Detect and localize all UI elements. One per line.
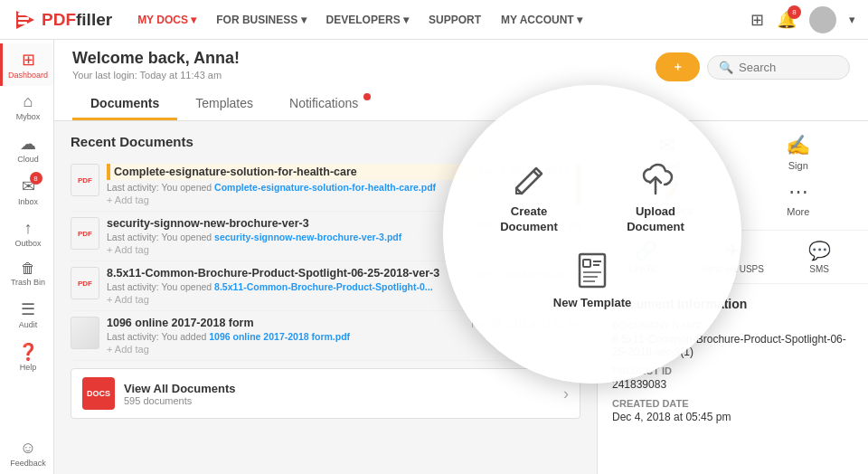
circle-overlay-menu: CreateDocument UploadDocument: [443, 85, 741, 384]
doc-info: 1096 online 2017-2018 form Last activity…: [107, 317, 464, 355]
doc-add-tag[interactable]: + Add tag: [107, 244, 469, 255]
nav-right: ⊞ 🔔 8 ▾: [750, 6, 855, 33]
svg-rect-2: [18, 17, 29, 20]
notification-bell[interactable]: 🔔 8: [777, 10, 797, 30]
sidebar-item-inbox[interactable]: ✉ 8 Inbox: [0, 170, 53, 213]
side-action-sms[interactable]: 💬 SMS: [779, 240, 859, 274]
sidebar-item-outbox[interactable]: ↑ Outbox: [0, 213, 53, 254]
tab-notifications[interactable]: Notifications: [271, 89, 376, 120]
nav-links: MY DOCS ▾ FOR BUSINESS ▾ DEVELOPERS ▾ SU…: [128, 10, 750, 30]
nav-developers[interactable]: DEVELOPERS ▾: [317, 10, 418, 30]
last-login: Your last login: Today at 11:43 am: [72, 70, 240, 81]
sidebar-item-audit[interactable]: ☰ Audit: [0, 293, 53, 336]
upload-document-label: UploadDocument: [627, 204, 684, 235]
more-label: More: [787, 206, 809, 217]
nav-forbusiness[interactable]: FOR BUSINESS ▾: [207, 10, 315, 30]
upload-icon: [636, 159, 675, 199]
avatar[interactable]: [809, 6, 836, 33]
tab-documents[interactable]: Documents: [72, 89, 177, 120]
doc-name: Complete-esignature-solution-for-health-…: [107, 164, 474, 180]
sidebar-label-trashbin: Trash Bin: [11, 278, 45, 287]
info-label-created: Created Date: [612, 398, 854, 409]
doc-pdf-icon: PDF: [71, 267, 99, 299]
info-value-created: Dec 4, 2018 at 05:45 pm: [612, 411, 854, 423]
create-document-button[interactable]: CreateDocument: [488, 159, 570, 235]
nav-support[interactable]: SUPPORT: [420, 10, 490, 30]
dashboard-icon: ⊞: [22, 50, 35, 70]
side-action-sign[interactable]: ✍ Sign: [738, 134, 860, 171]
view-all-text: View All Documents 595 documents: [124, 382, 554, 406]
welcome-text: Welcome back, Anna!: [72, 49, 240, 68]
doc-add-tag[interactable]: + Add tag: [107, 194, 474, 205]
sidebar-label-feedback: Feedback: [10, 459, 46, 468]
top-nav: PDFfiller MY DOCS ▾ FOR BUSINESS ▾ DEVEL…: [0, 0, 868, 40]
create-document-label: CreateDocument: [500, 204, 558, 235]
notification-badge: 8: [788, 5, 801, 19]
sidebar-item-trashbin[interactable]: 🗑 Trash Bin: [0, 254, 53, 293]
add-icon: ＋: [672, 59, 684, 75]
tab-templates[interactable]: Templates: [177, 89, 271, 120]
circle-background: CreateDocument UploadDocument: [443, 85, 741, 384]
more-icon: ⋯: [788, 180, 808, 204]
app-body: ⊞ Dashboard ⌂ Mybox ☁ Cloud ✉ 8 Inbox ↑ …: [0, 40, 868, 474]
sidebar-item-feedback[interactable]: ☺ Feedback: [0, 432, 53, 474]
doc-add-tag[interactable]: + Add tag: [107, 344, 464, 355]
doc-pdf-icon: PDF: [71, 217, 99, 250]
trashbin-icon: 🗑: [21, 261, 35, 277]
sms-icon: 💬: [808, 240, 831, 261]
sidebar-label-inbox: Inbox: [18, 197, 38, 206]
template-icon: [572, 251, 612, 290]
docs-folder-icon: DOCS: [82, 377, 115, 410]
feedback-icon: ☺: [20, 439, 36, 458]
sidebar-item-dashboard[interactable]: ⊞ Dashboard: [0, 43, 53, 86]
inbox-badge: 8: [30, 172, 42, 185]
apps-grid-icon[interactable]: ⊞: [750, 10, 764, 30]
doc-name: 8.5x11-Common-Brochure-Product-Spotlight…: [107, 267, 469, 280]
new-template-button[interactable]: New Template: [547, 251, 637, 309]
sidebar-item-cloud[interactable]: ☁ Cloud: [0, 128, 53, 170]
doc-activity: Last activity: You opened security-signn…: [107, 232, 469, 242]
logo-icon: [13, 7, 38, 33]
mybox-icon: ⌂: [24, 92, 33, 111]
logo-text: PDFfiller: [42, 10, 112, 30]
search-icon: 🔍: [719, 61, 733, 74]
doc-name: 1096 online 2017-2018 form: [107, 317, 464, 329]
circle-bottom-row: New Template: [547, 251, 637, 309]
nav-myaccount[interactable]: MY ACCOUNT ▾: [492, 10, 591, 30]
doc-add-tag[interactable]: + Add tag: [107, 294, 469, 305]
svg-rect-1: [18, 13, 25, 15]
avatar-caret[interactable]: ▾: [849, 13, 855, 26]
view-all-arrow: ›: [563, 384, 569, 403]
doc-pdf-icon: PDF: [71, 164, 99, 196]
sidebar-label-audit: Audit: [19, 320, 38, 329]
audit-icon: ☰: [21, 299, 35, 319]
sidebar-label-mybox: Mybox: [16, 112, 41, 121]
doc-info: Complete-esignature-solution-for-health-…: [107, 164, 474, 205]
sidebar: ⊞ Dashboard ⌂ Mybox ☁ Cloud ✉ 8 Inbox ↑ …: [0, 40, 54, 474]
add-document-button[interactable]: ＋: [656, 52, 700, 81]
sidebar-label-help: Help: [20, 363, 37, 372]
new-template-label: New Template: [553, 296, 631, 309]
doc-info: 8.5x11-Common-Brochure-Product-Spotlight…: [107, 267, 469, 305]
logo[interactable]: PDFfiller: [13, 7, 112, 33]
notifications-badge: [363, 93, 371, 100]
doc-name: security-signnow-new-brochure-ver-3: [107, 217, 469, 230]
search-input[interactable]: [739, 61, 838, 74]
info-row-created: Created Date Dec 4, 2018 at 05:45 pm: [612, 398, 854, 423]
sign-icon: ✍: [786, 134, 810, 157]
sign-label: Sign: [788, 160, 808, 171]
doc-activity: Last activity: You opened 8.5x11-Common-…: [107, 281, 469, 292]
pencil-icon: [509, 159, 549, 199]
search-box: 🔍: [707, 55, 850, 80]
sidebar-item-help[interactable]: ❓ Help: [0, 336, 53, 378]
help-icon: ❓: [18, 342, 38, 362]
nav-mydocs[interactable]: MY DOCS ▾: [128, 10, 205, 30]
doc-thumb: [71, 317, 99, 349]
side-action-more[interactable]: ⋯ More: [738, 180, 860, 217]
sidebar-label-cloud: Cloud: [17, 155, 39, 164]
sidebar-item-mybox[interactable]: ⌂ Mybox: [0, 86, 53, 128]
svg-rect-3: [18, 22, 27, 24]
header-actions: ＋ 🔍: [656, 49, 850, 81]
doc-activity: Last activity: You opened Complete-esign…: [107, 182, 474, 193]
upload-document-button[interactable]: UploadDocument: [615, 159, 696, 235]
